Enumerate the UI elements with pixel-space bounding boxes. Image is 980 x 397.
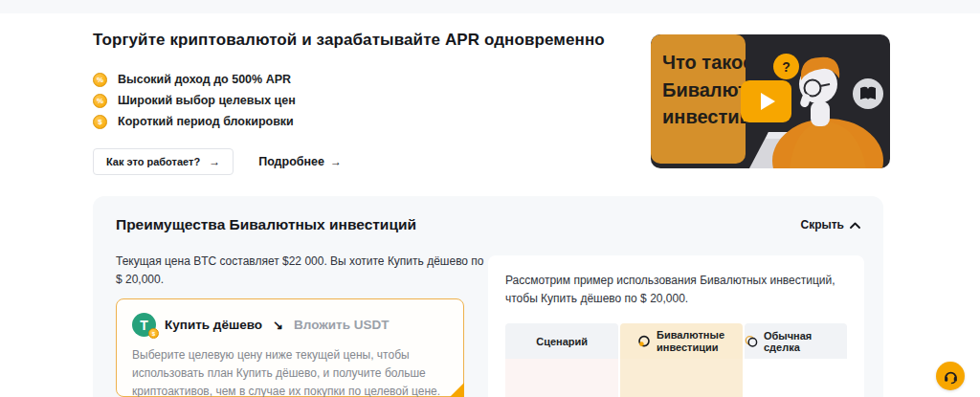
plan-description: Выберите целевую цену ниже текущей цены,… [132,346,448,397]
tether-letter: T [140,318,148,333]
header-spot-trade: Обычная сделка [745,323,847,359]
hero-section: Торгуйте криптовалютой и зарабатывайте A… [93,31,648,175]
play-icon [761,93,775,110]
plan-card-header: T $ Купить дёшево ↘ Вложить USDT [132,313,448,337]
benefits-title: Преимущества Бивалютных инвестиций [116,216,416,233]
dual-investment-cell [620,359,742,397]
benefits-panel-header: Преимущества Бивалютных инвестиций Скрыт… [116,216,860,233]
bullet-target-prices: % Широкий выбор целевых цен [93,90,648,111]
current-price-text: Текущая цена BTC составляет $22 000. Вы … [116,253,491,289]
spot-trade-icon [745,335,758,348]
support-chat-button[interactable] [936,362,965,390]
header-label: Обычная сделка [764,330,847,353]
headset-icon [943,368,959,385]
benefits-panel: Преимущества Бивалютных инвестиций Скрыт… [93,196,883,397]
coin-apr-icon: % [93,73,107,87]
how-it-works-label: Как это работает? [106,156,200,167]
buy-low-plan-card[interactable]: T $ Купить дёшево ↘ Вложить USDT Выберит… [116,298,464,397]
plan-action-label: Вложить USDT [294,318,390,332]
dual-investment-icon [637,335,651,348]
example-card: Рассмотрим пример использования Бивалютн… [488,255,864,397]
example-intro-text: Рассмотрим пример использования Бивалютн… [505,272,842,308]
coin-dollar-icon: $ [93,115,107,129]
bullet-label: Короткий период блокировки [118,115,294,128]
hide-panel-link[interactable]: Скрыть [800,218,860,232]
arrow-right-icon: → [209,155,220,168]
coin-badge-icon: $ [148,328,159,339]
hero-actions: Как это работает? → Подробнее → [93,148,648,175]
intro-video-thumbnail[interactable]: Что такое Бивалютные инвестиции ? [651,34,890,168]
spot-trade-cell [745,359,847,397]
bullet-label: Широкий выбор целевых цен [118,94,296,107]
bullet-short-lock: $ Короткий период блокировки [93,111,648,132]
learn-more-link[interactable]: Подробнее → [258,155,342,168]
scenario-cell [505,359,618,397]
top-divider-strip [0,0,980,13]
play-button[interactable] [741,80,791,122]
header-label: Бивалютные инвестиции [657,329,725,353]
arrow-down-right-icon: ↘ [273,318,283,332]
table-body-row [505,359,847,397]
arrow-right-icon: → [330,155,342,168]
bullet-high-apr: % Высокий доход до 500% APR [93,69,648,90]
bullet-label: Высокий доход до 500% APR [118,73,291,86]
benefit-bullets: % Высокий доход до 500% APR % Широкий вы… [93,69,648,132]
coin-target-icon: % [93,94,107,108]
selected-corner-marker [450,383,464,397]
header-label: Сценарий [536,336,588,347]
comparison-table: Сценарий Бивалютные инвестиции Обычная с… [505,323,847,397]
table-header-row: Сценарий Бивалютные инвестиции Обычная с… [505,323,847,359]
chevron-up-icon [850,222,860,229]
question-badge-icon: ? [773,54,799,79]
hide-label: Скрыть [800,218,844,232]
learn-more-label: Подробнее [258,155,324,168]
plan-title: Купить дёшево [165,318,262,332]
header-scenario: Сценарий [505,323,618,359]
dual-asset-landing: Торгуйте криптовалютой и зарабатывайте A… [0,0,980,397]
header-dual-investment: Бивалютные инвестиции [620,323,742,359]
how-it-works-button[interactable]: Как это работает? → [93,148,234,175]
tether-usdt-icon: T $ [132,313,156,337]
page-title: Торгуйте криптовалютой и зарабатывайте A… [93,31,648,50]
